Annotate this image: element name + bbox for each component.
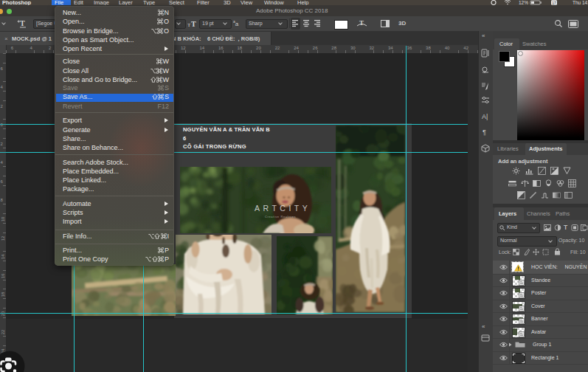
svg-text:Creative Realities: Creative Realities (265, 215, 296, 218)
svg-text:17: 17 (552, 1, 556, 5)
svg-text:T: T (191, 20, 196, 28)
svg-text:T: T (20, 19, 25, 27)
svg-text:12%: 12% (519, 0, 528, 5)
svg-text:Thu 14:4: Thu 14:4 (573, 0, 588, 5)
svg-text:T: T (359, 19, 364, 27)
svg-text:ARTCITY: ARTCITY (255, 204, 311, 213)
